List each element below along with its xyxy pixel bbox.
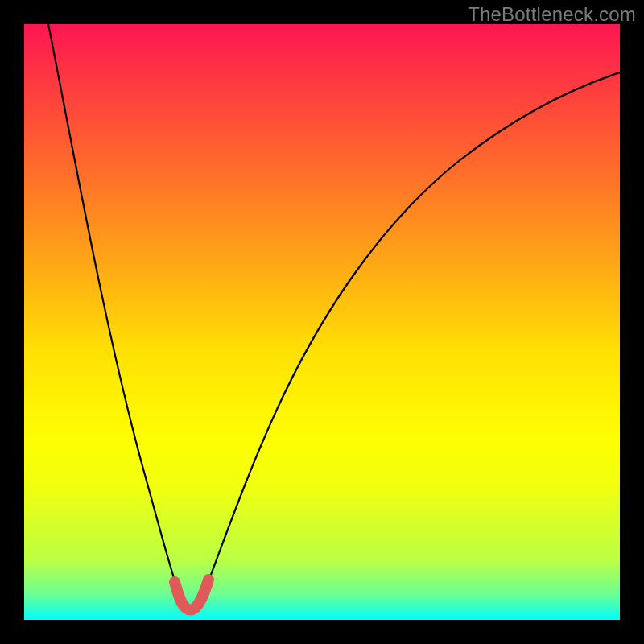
optimal-zone-highlight <box>175 580 208 610</box>
curve-layer <box>24 24 620 620</box>
plot-area <box>24 24 620 620</box>
chart-frame: TheBottleneck.com <box>0 0 644 644</box>
watermark-text: TheBottleneck.com <box>468 3 636 26</box>
bottleneck-curve <box>48 24 620 609</box>
